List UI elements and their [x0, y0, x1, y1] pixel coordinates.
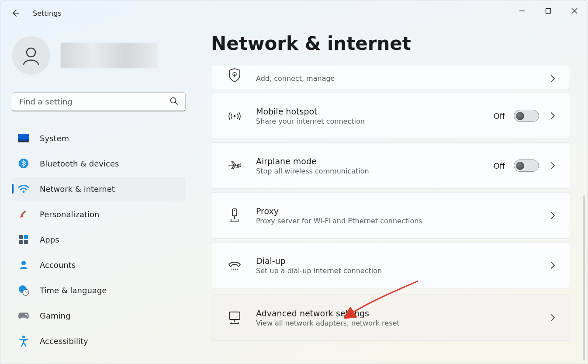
- nav-item-apps[interactable]: Apps: [12, 228, 186, 251]
- chevron-right-icon: [548, 314, 557, 322]
- svg-rect-10: [18, 141, 29, 142]
- svg-point-25: [22, 336, 25, 338]
- card-airplane-mode[interactable]: Airplane mode Stop all wireless communic…: [211, 142, 570, 189]
- nav-item-accessibility[interactable]: Accessibility: [12, 329, 186, 353]
- svg-point-36: [233, 269, 234, 270]
- card-vpn-desc: Add, connect, manage: [256, 74, 548, 83]
- monitor-network-icon: [224, 311, 246, 325]
- svg-point-11: [19, 159, 28, 168]
- card-airplane-title: Airplane mode: [256, 156, 493, 166]
- card-dialup[interactable]: Dial-up Set up a dial-up internet connec…: [211, 242, 570, 288]
- minimize-button[interactable]: [509, 0, 535, 21]
- shield-lock-icon: [224, 68, 246, 83]
- nav-label: Bluetooth & devices: [40, 159, 119, 168]
- gamepad-icon: [18, 310, 29, 321]
- nav-label: Time & language: [40, 286, 107, 295]
- chevron-right-icon: [548, 75, 557, 83]
- close-button[interactable]: [561, 0, 588, 21]
- card-hotspot-desc: Share your internet connection: [256, 117, 493, 125]
- svg-point-6: [171, 97, 176, 103]
- card-advanced-network[interactable]: Advanced network settings View all netwo…: [211, 295, 570, 341]
- account-name-redacted: [61, 43, 158, 68]
- card-airplane-desc: Stop all wireless communication: [256, 167, 493, 175]
- nav-label: Gaming: [40, 311, 70, 320]
- svg-rect-17: [24, 240, 28, 244]
- nav-label: Personalization: [40, 210, 99, 219]
- chevron-right-icon: [548, 162, 557, 170]
- nav-item-system[interactable]: System: [12, 126, 186, 150]
- back-button[interactable]: [10, 8, 21, 18]
- window-controls: [509, 0, 588, 21]
- nav-item-bluetooth[interactable]: Bluetooth & devices: [12, 152, 186, 175]
- svg-rect-29: [232, 209, 237, 216]
- svg-point-18: [21, 261, 26, 265]
- accessibility-icon: [18, 335, 29, 347]
- proxy-icon: [224, 208, 246, 223]
- svg-rect-39: [229, 312, 240, 319]
- card-proxy[interactable]: Proxy Proxy server for Wi-Fi and Etherne…: [211, 192, 570, 239]
- svg-rect-2: [546, 9, 551, 14]
- svg-point-37: [235, 269, 236, 270]
- sidebar: System Bluetooth & devices Network & int…: [0, 26, 190, 364]
- page-title: Network & internet: [211, 33, 570, 54]
- maximize-button[interactable]: [535, 0, 561, 21]
- nav-item-time-language[interactable]: Time & language: [12, 278, 186, 302]
- svg-rect-13: [21, 210, 26, 215]
- card-vpn[interactable]: Add, connect, manage: [211, 66, 570, 89]
- card-mobile-hotspot[interactable]: Mobile hotspot Share your internet conne…: [211, 93, 570, 139]
- svg-point-38: [237, 269, 238, 270]
- nav-label: System: [40, 134, 69, 143]
- clock-globe-icon: [18, 284, 29, 296]
- main-panel: Network & internet Add, connect, manage …: [190, 26, 588, 364]
- accounts-icon: [18, 259, 29, 270]
- svg-rect-14: [19, 235, 23, 239]
- search-icon: [169, 97, 178, 107]
- nav-list: System Bluetooth & devices Network & int…: [12, 126, 186, 353]
- chevron-right-icon: [548, 112, 557, 120]
- system-icon: [18, 132, 29, 144]
- apps-icon: [18, 234, 29, 245]
- nav-item-network[interactable]: Network & internet: [12, 177, 186, 201]
- nav-item-gaming[interactable]: Gaming: [12, 304, 186, 327]
- svg-rect-15: [24, 235, 28, 239]
- nav-label: Accounts: [40, 260, 76, 270]
- nav-label: Accessibility: [40, 336, 88, 346]
- card-proxy-desc: Proxy server for Wi-Fi and Ethernet conn…: [256, 217, 548, 225]
- nav-item-accounts[interactable]: Accounts: [12, 253, 186, 277]
- hotspot-toggle[interactable]: [514, 110, 539, 122]
- card-dialup-desc: Set up a dial-up internet connection: [256, 267, 548, 275]
- svg-point-28: [234, 115, 236, 118]
- nav-label: Apps: [40, 235, 59, 244]
- hotspot-toggle-label: Off: [493, 111, 505, 121]
- search-input[interactable]: [19, 97, 169, 106]
- chevron-right-icon: [548, 211, 557, 219]
- svg-point-12: [23, 191, 25, 193]
- paintbrush-icon: [18, 208, 29, 220]
- nav-item-personalization[interactable]: Personalization: [12, 202, 186, 226]
- nav-label: Network & internet: [40, 184, 115, 194]
- phone-icon: [224, 260, 246, 271]
- app-title: Settings: [33, 9, 62, 17]
- title-bar: Settings: [0, 0, 588, 26]
- airplane-icon: [224, 159, 246, 172]
- chevron-right-icon: [548, 261, 557, 269]
- svg-point-5: [27, 48, 35, 57]
- svg-line-7: [176, 102, 178, 104]
- svg-point-35: [231, 269, 232, 270]
- card-advanced-desc: View all network adapters, network reset: [256, 319, 548, 327]
- bluetooth-icon: [18, 158, 29, 169]
- search-box[interactable]: [12, 92, 186, 111]
- svg-point-24: [27, 315, 28, 316]
- card-advanced-title: Advanced network settings: [256, 309, 548, 318]
- scrollbar[interactable]: [583, 195, 585, 361]
- card-hotspot-title: Mobile hotspot: [256, 107, 493, 116]
- wifi-icon: [18, 183, 29, 194]
- account-header[interactable]: [12, 35, 190, 76]
- airplane-toggle[interactable]: [514, 159, 539, 172]
- airplane-toggle-label: Off: [493, 161, 505, 170]
- card-dialup-title: Dial-up: [256, 256, 548, 266]
- svg-rect-16: [19, 240, 23, 244]
- svg-point-23: [25, 314, 27, 315]
- hotspot-icon: [224, 110, 246, 122]
- card-proxy-title: Proxy: [256, 206, 548, 216]
